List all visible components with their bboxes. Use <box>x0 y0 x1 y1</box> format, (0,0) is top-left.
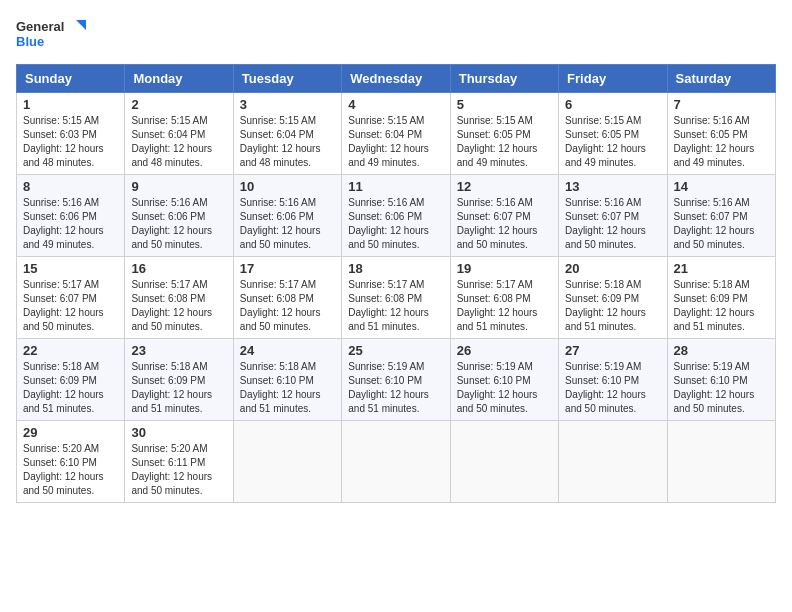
logo-svg: General Blue <box>16 16 86 56</box>
col-saturday: Saturday <box>667 65 775 93</box>
day-number: 22 <box>23 343 118 358</box>
svg-marker-1 <box>76 20 86 30</box>
day-number: 12 <box>457 179 552 194</box>
day-number: 4 <box>348 97 443 112</box>
day-info: Sunrise: 5:18 AM Sunset: 6:09 PM Dayligh… <box>674 278 769 334</box>
day-cell-14: 14 Sunrise: 5:16 AM Sunset: 6:07 PM Dayl… <box>667 175 775 257</box>
day-number: 13 <box>565 179 660 194</box>
day-number: 7 <box>674 97 769 112</box>
day-info: Sunrise: 5:15 AM Sunset: 6:04 PM Dayligh… <box>348 114 443 170</box>
day-cell-19: 19 Sunrise: 5:17 AM Sunset: 6:08 PM Dayl… <box>450 257 558 339</box>
day-info: Sunrise: 5:16 AM Sunset: 6:06 PM Dayligh… <box>240 196 335 252</box>
day-info: Sunrise: 5:20 AM Sunset: 6:10 PM Dayligh… <box>23 442 118 498</box>
day-info: Sunrise: 5:16 AM Sunset: 6:06 PM Dayligh… <box>348 196 443 252</box>
day-cell-26: 26 Sunrise: 5:19 AM Sunset: 6:10 PM Dayl… <box>450 339 558 421</box>
day-info: Sunrise: 5:17 AM Sunset: 6:08 PM Dayligh… <box>457 278 552 334</box>
day-number: 21 <box>674 261 769 276</box>
col-wednesday: Wednesday <box>342 65 450 93</box>
day-info: Sunrise: 5:18 AM Sunset: 6:09 PM Dayligh… <box>23 360 118 416</box>
day-cell-28: 28 Sunrise: 5:19 AM Sunset: 6:10 PM Dayl… <box>667 339 775 421</box>
day-cell-9: 9 Sunrise: 5:16 AM Sunset: 6:06 PM Dayli… <box>125 175 233 257</box>
day-info: Sunrise: 5:18 AM Sunset: 6:10 PM Dayligh… <box>240 360 335 416</box>
day-info: Sunrise: 5:18 AM Sunset: 6:09 PM Dayligh… <box>565 278 660 334</box>
day-number: 3 <box>240 97 335 112</box>
day-info: Sunrise: 5:17 AM Sunset: 6:08 PM Dayligh… <box>348 278 443 334</box>
day-cell-12: 12 Sunrise: 5:16 AM Sunset: 6:07 PM Dayl… <box>450 175 558 257</box>
day-info: Sunrise: 5:16 AM Sunset: 6:06 PM Dayligh… <box>23 196 118 252</box>
col-monday: Monday <box>125 65 233 93</box>
day-number: 9 <box>131 179 226 194</box>
svg-text:General: General <box>16 19 64 34</box>
day-info: Sunrise: 5:15 AM Sunset: 6:03 PM Dayligh… <box>23 114 118 170</box>
day-info: Sunrise: 5:16 AM Sunset: 6:07 PM Dayligh… <box>674 196 769 252</box>
logo: General Blue <box>16 16 86 56</box>
day-cell-1: 1 Sunrise: 5:15 AM Sunset: 6:03 PM Dayli… <box>17 93 125 175</box>
day-cell-24: 24 Sunrise: 5:18 AM Sunset: 6:10 PM Dayl… <box>233 339 341 421</box>
day-cell-22: 22 Sunrise: 5:18 AM Sunset: 6:09 PM Dayl… <box>17 339 125 421</box>
day-cell-17: 17 Sunrise: 5:17 AM Sunset: 6:08 PM Dayl… <box>233 257 341 339</box>
day-number: 5 <box>457 97 552 112</box>
header: General Blue <box>16 16 776 56</box>
day-cell-7: 7 Sunrise: 5:16 AM Sunset: 6:05 PM Dayli… <box>667 93 775 175</box>
day-number: 17 <box>240 261 335 276</box>
empty-cell <box>667 421 775 503</box>
day-number: 19 <box>457 261 552 276</box>
empty-cell <box>450 421 558 503</box>
day-info: Sunrise: 5:16 AM Sunset: 6:06 PM Dayligh… <box>131 196 226 252</box>
day-number: 2 <box>131 97 226 112</box>
day-cell-15: 15 Sunrise: 5:17 AM Sunset: 6:07 PM Dayl… <box>17 257 125 339</box>
day-number: 14 <box>674 179 769 194</box>
day-info: Sunrise: 5:19 AM Sunset: 6:10 PM Dayligh… <box>674 360 769 416</box>
day-number: 27 <box>565 343 660 358</box>
day-cell-5: 5 Sunrise: 5:15 AM Sunset: 6:05 PM Dayli… <box>450 93 558 175</box>
day-number: 29 <box>23 425 118 440</box>
day-info: Sunrise: 5:19 AM Sunset: 6:10 PM Dayligh… <box>565 360 660 416</box>
day-cell-3: 3 Sunrise: 5:15 AM Sunset: 6:04 PM Dayli… <box>233 93 341 175</box>
day-info: Sunrise: 5:19 AM Sunset: 6:10 PM Dayligh… <box>348 360 443 416</box>
day-cell-29: 29 Sunrise: 5:20 AM Sunset: 6:10 PM Dayl… <box>17 421 125 503</box>
day-number: 15 <box>23 261 118 276</box>
day-info: Sunrise: 5:17 AM Sunset: 6:07 PM Dayligh… <box>23 278 118 334</box>
day-number: 30 <box>131 425 226 440</box>
day-number: 1 <box>23 97 118 112</box>
day-number: 6 <box>565 97 660 112</box>
day-info: Sunrise: 5:15 AM Sunset: 6:04 PM Dayligh… <box>131 114 226 170</box>
day-info: Sunrise: 5:16 AM Sunset: 6:07 PM Dayligh… <box>565 196 660 252</box>
day-number: 11 <box>348 179 443 194</box>
calendar: Sunday Monday Tuesday Wednesday Thursday… <box>16 64 776 503</box>
day-info: Sunrise: 5:16 AM Sunset: 6:05 PM Dayligh… <box>674 114 769 170</box>
day-info: Sunrise: 5:19 AM Sunset: 6:10 PM Dayligh… <box>457 360 552 416</box>
day-cell-27: 27 Sunrise: 5:19 AM Sunset: 6:10 PM Dayl… <box>559 339 667 421</box>
day-info: Sunrise: 5:15 AM Sunset: 6:05 PM Dayligh… <box>457 114 552 170</box>
day-number: 20 <box>565 261 660 276</box>
day-info: Sunrise: 5:18 AM Sunset: 6:09 PM Dayligh… <box>131 360 226 416</box>
day-cell-4: 4 Sunrise: 5:15 AM Sunset: 6:04 PM Dayli… <box>342 93 450 175</box>
weekday-header-row: Sunday Monday Tuesday Wednesday Thursday… <box>17 65 776 93</box>
day-number: 23 <box>131 343 226 358</box>
day-number: 24 <box>240 343 335 358</box>
day-cell-8: 8 Sunrise: 5:16 AM Sunset: 6:06 PM Dayli… <box>17 175 125 257</box>
day-cell-16: 16 Sunrise: 5:17 AM Sunset: 6:08 PM Dayl… <box>125 257 233 339</box>
day-number: 16 <box>131 261 226 276</box>
day-cell-13: 13 Sunrise: 5:16 AM Sunset: 6:07 PM Dayl… <box>559 175 667 257</box>
day-cell-18: 18 Sunrise: 5:17 AM Sunset: 6:08 PM Dayl… <box>342 257 450 339</box>
day-info: Sunrise: 5:17 AM Sunset: 6:08 PM Dayligh… <box>240 278 335 334</box>
col-thursday: Thursday <box>450 65 558 93</box>
day-cell-25: 25 Sunrise: 5:19 AM Sunset: 6:10 PM Dayl… <box>342 339 450 421</box>
day-number: 8 <box>23 179 118 194</box>
day-cell-10: 10 Sunrise: 5:16 AM Sunset: 6:06 PM Dayl… <box>233 175 341 257</box>
day-number: 28 <box>674 343 769 358</box>
svg-text:Blue: Blue <box>16 34 44 49</box>
day-info: Sunrise: 5:17 AM Sunset: 6:08 PM Dayligh… <box>131 278 226 334</box>
col-sunday: Sunday <box>17 65 125 93</box>
day-cell-11: 11 Sunrise: 5:16 AM Sunset: 6:06 PM Dayl… <box>342 175 450 257</box>
day-number: 25 <box>348 343 443 358</box>
day-info: Sunrise: 5:16 AM Sunset: 6:07 PM Dayligh… <box>457 196 552 252</box>
day-number: 26 <box>457 343 552 358</box>
day-number: 10 <box>240 179 335 194</box>
col-tuesday: Tuesday <box>233 65 341 93</box>
day-number: 18 <box>348 261 443 276</box>
empty-cell <box>559 421 667 503</box>
day-cell-2: 2 Sunrise: 5:15 AM Sunset: 6:04 PM Dayli… <box>125 93 233 175</box>
day-cell-30: 30 Sunrise: 5:20 AM Sunset: 6:11 PM Dayl… <box>125 421 233 503</box>
